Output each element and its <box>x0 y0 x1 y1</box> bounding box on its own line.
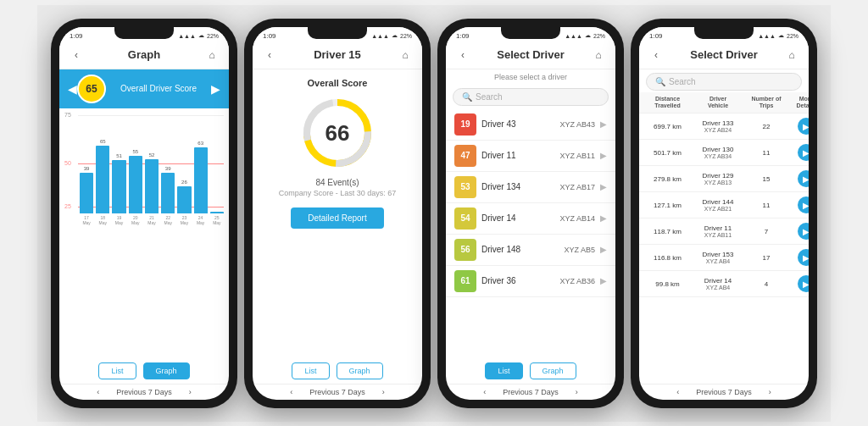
bar <box>161 173 175 213</box>
back-icon-4[interactable]: ‹ <box>648 47 665 64</box>
next-score-btn[interactable]: ▶ <box>211 82 220 96</box>
prev-next-bar-1: ‹ Previous 7 Days › <box>59 384 229 400</box>
table-row[interactable]: 99.8 km Driver 14 XYZ AB4 4 ▶ <box>639 271 809 297</box>
table-row[interactable]: 699.7 km Driver 133 XYZ AB24 22 ▶ <box>639 113 809 140</box>
driver-name: Driver 148 <box>481 245 520 254</box>
list-btn-2[interactable]: List <box>292 362 329 379</box>
detailed-report-btn[interactable]: Detailed Report <box>291 207 383 229</box>
driver-score-badge: 47 <box>454 145 476 167</box>
driver-name: Driver 43 <box>481 119 516 129</box>
details-chevron-icon: ▶ <box>803 201 809 210</box>
driver-name: Driver 36 <box>481 276 516 285</box>
td-distance: 116.8 km <box>644 254 691 262</box>
details-chevron-icon: ▶ <box>803 279 809 289</box>
graph-btn-1[interactable]: Graph <box>143 362 190 379</box>
home-icon-4[interactable]: ⌂ <box>783 47 800 64</box>
driver-list-item[interactable]: 61 Driver 36 XYZ AB36 ▶ <box>446 266 615 297</box>
driver-list: 19 Driver 43 XYZ AB43 ▶ 47 Driver 11 XYZ… <box>446 109 615 358</box>
home-icon-2[interactable]: ⌂ <box>397 47 414 64</box>
driver-score-badge: 19 <box>454 113 476 136</box>
td-more-details[interactable]: ▶ <box>789 196 809 213</box>
battery-icon-3: 22% <box>593 33 605 39</box>
next-chevron-2[interactable]: › <box>382 388 385 396</box>
driver-list-item[interactable]: 53 Driver 134 XYZ AB17 ▶ <box>446 172 615 203</box>
search-icon-4: 🔍 <box>655 77 665 86</box>
page-title-select4: Select Driver <box>665 48 783 61</box>
list-btn-1[interactable]: List <box>98 362 136 379</box>
search-bar-3[interactable]: 🔍 Search <box>453 88 609 106</box>
prev-chevron-2[interactable]: ‹ <box>290 388 292 396</box>
select-driver-subheader: Please select a driver <box>446 69 615 85</box>
chart-area: 75 50 25 39 17May 65 18May 51 <box>59 108 229 358</box>
graph-btn-3[interactable]: Graph <box>530 362 576 379</box>
driver-score-badge: 56 <box>454 239 476 261</box>
table-row[interactable]: 116.8 km Driver 153 XYZ AB4 17 ▶ <box>639 245 809 271</box>
back-icon-3[interactable]: ‹ <box>454 47 471 64</box>
driver-list-item[interactable]: 56 Driver 148 XYZ AB5 ▶ <box>446 235 615 266</box>
td-more-details[interactable]: ▶ <box>789 170 809 187</box>
home-icon-1[interactable]: ⌂ <box>203 47 220 64</box>
td-more-details[interactable]: ▶ <box>789 144 809 161</box>
phone-notch-4 <box>694 27 754 39</box>
score-label: Overall Driver Score <box>106 84 211 93</box>
driver-name: Driver 14 <box>481 213 516 223</box>
prev-next-bar-3: ‹ Previous 7 Days › <box>446 384 615 400</box>
next-chevron-4[interactable]: › <box>769 388 771 396</box>
th-distance: DistanceTravelled <box>644 96 691 110</box>
driver-info: Driver 148 XYZ AB5 <box>481 245 595 254</box>
details-chevron-icon: ▶ <box>803 227 809 236</box>
next-chevron-1[interactable]: › <box>189 388 192 396</box>
bar-label: 21May <box>147 215 155 225</box>
status-icons-1: ▲▲▲ ☁ 22% <box>178 32 219 39</box>
status-icons-4: ▲▲▲ ☁ 22% <box>758 32 798 39</box>
prev-chevron-1[interactable]: ‹ <box>97 388 99 396</box>
driver-list-item[interactable]: 19 Driver 43 XYZ AB43 ▶ <box>446 109 615 141</box>
td-more-details[interactable]: ▶ <box>789 275 809 292</box>
td-more-details[interactable]: ▶ <box>789 118 809 135</box>
table-row[interactable]: 127.1 km Driver 144 XYZ AB21 11 ▶ <box>639 192 809 219</box>
bar-group: 39 22May <box>161 115 175 225</box>
td-more-details[interactable]: ▶ <box>789 223 809 240</box>
th-details: More Details <box>789 96 809 110</box>
graph-btn-2[interactable]: Graph <box>337 362 383 379</box>
bars-container: 39 17May 65 18May 51 19May 55 20May 52 2… <box>80 115 224 225</box>
next-chevron-3[interactable]: › <box>576 388 578 396</box>
bar-group: 51 19May <box>112 115 125 225</box>
driver-info: Driver 11 XYZ AB11 <box>481 151 595 160</box>
prev-chevron-3[interactable]: ‹ <box>483 388 486 396</box>
events-text: 84 Event(s) <box>315 178 359 187</box>
prev-chevron-4[interactable]: ‹ <box>676 388 679 396</box>
bar <box>96 146 109 213</box>
wifi-icon-2: ☁ <box>392 32 398 39</box>
search-bar-4[interactable]: 🔍 Search <box>646 73 802 91</box>
table-row[interactable]: 501.7 km Driver 130 XYZ AB34 11 ▶ <box>639 140 809 166</box>
td-more-details[interactable]: ▶ <box>789 249 809 266</box>
table-row[interactable]: 279.8 km Driver 129 XYZ AB13 15 ▶ <box>639 166 809 192</box>
td-trips: 15 <box>745 175 787 183</box>
table-row[interactable]: 118.7 km Driver 11 XYZ AB11 7 ▶ <box>639 219 809 245</box>
wifi-icon: ☁ <box>198 32 204 39</box>
back-icon-2[interactable]: ‹ <box>261 47 278 64</box>
list-btn-3[interactable]: List <box>485 362 522 379</box>
phone-notch-1 <box>114 27 174 39</box>
prev-score-btn[interactable]: ◀ <box>68 82 77 96</box>
td-distance: 99.8 km <box>644 280 691 288</box>
screen-driver15: 1:09 ▲▲▲ ☁ 22% ‹ Driver 15 ⌂ Overall Sco… <box>253 27 422 400</box>
prev-label-1: Previous 7 Days <box>116 388 172 396</box>
screen-graph: 1:09 ▲▲▲ ☁ 22% ‹ Graph ⌂ ◀ 65 Overall <box>59 27 229 400</box>
bar-group: 26 23May <box>177 115 191 225</box>
back-icon-1[interactable]: ‹ <box>68 47 85 64</box>
bar <box>210 212 224 213</box>
td-distance: 118.7 km <box>644 228 691 235</box>
bar-label: 19May <box>115 215 123 225</box>
driver-list-item[interactable]: 54 Driver 14 XYZ AB14 ▶ <box>446 203 615 235</box>
driver-list-item[interactable]: 47 Driver 11 XYZ AB11 ▶ <box>446 141 615 172</box>
td-driver: Driver 130 XYZ AB34 <box>693 146 743 159</box>
driver-name: Driver 134 <box>481 182 520 191</box>
prev-next-bar-2: ‹ Previous 7 Days › <box>253 384 422 400</box>
phone-notch-2 <box>308 27 367 39</box>
home-icon-3[interactable]: ⌂ <box>590 47 607 64</box>
driver-score-badge: 61 <box>454 270 476 292</box>
td-trips: 11 <box>745 149 787 157</box>
driver-vehicle: XYZ AB5 <box>564 246 595 254</box>
